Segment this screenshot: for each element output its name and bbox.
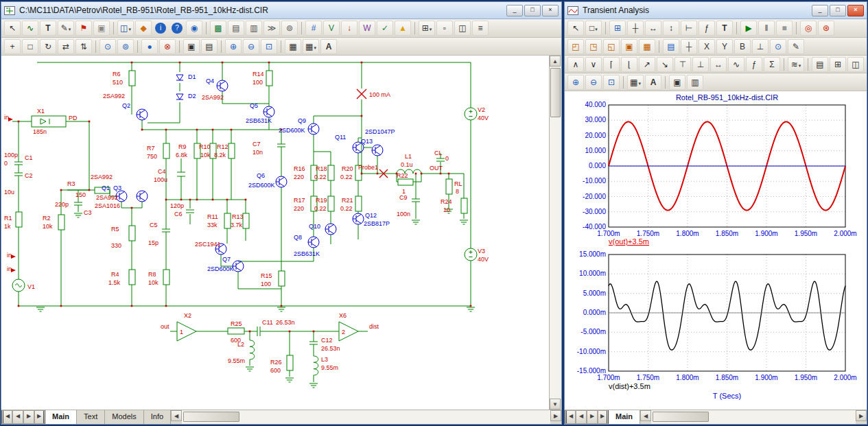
optimize-icon[interactable]: ⊚ — [281, 21, 298, 36]
component-menu-icon[interactable]: ◫▾ — [117, 21, 134, 36]
select-mode-icon[interactable]: ↖ — [4, 21, 21, 36]
zoom-in-icon[interactable]: ⊕ — [225, 39, 242, 54]
go-to-y-icon[interactable]: Y — [716, 39, 733, 54]
measure-vertical-icon[interactable]: ↕ — [663, 21, 679, 36]
next-peak-icon[interactable]: ∧ — [567, 57, 584, 72]
tab-main[interactable]: Main — [609, 410, 640, 424]
numeric-output-icon[interactable]: ▤ — [663, 39, 679, 54]
branch-currents-icon[interactable]: ↓ — [341, 21, 357, 36]
font-icon[interactable]: A — [645, 75, 661, 90]
copy-image-icon[interactable]: ▦ — [285, 39, 301, 54]
wire-mode-icon[interactable]: ∿ — [22, 21, 38, 36]
bring-front-icon[interactable]: ▣ — [183, 39, 200, 54]
stop-edit-icon[interactable]: ⊗ — [159, 39, 176, 54]
prev-tab-button[interactable]: ◀ — [12, 410, 23, 424]
hotlink-icon[interactable]: ◉ — [186, 21, 202, 36]
info-mode-icon[interactable]: i — [155, 23, 166, 34]
top-icon[interactable]: ⊤ — [675, 57, 691, 72]
dropdown-arrow-icon[interactable]: ▾ — [638, 81, 641, 86]
send-back-icon[interactable]: ▤ — [201, 39, 218, 54]
schematic-canvas[interactable]: R6510D1D2Q42SA992R14100Q52SB631K2SA992Q2… — [1, 56, 549, 410]
bottom-icon[interactable]: ⊥ — [692, 57, 709, 72]
zoom-fit-icon[interactable]: ⊡ — [603, 75, 620, 90]
width-icon[interactable]: ↔ — [710, 57, 727, 72]
next-low-icon[interactable]: ⌊ — [621, 57, 637, 72]
rotate-icon[interactable]: ↻ — [40, 39, 56, 54]
minimize-button[interactable]: _ — [812, 5, 828, 16]
point-tag-icon[interactable]: ● — [141, 39, 158, 54]
text-mode-icon[interactable]: T — [40, 21, 56, 36]
step-box-icon[interactable]: ≫ — [263, 21, 280, 36]
plot-canvas[interactable]: Rotel_RB-951_10kHz-dist.CIR1.700m1.750m1… — [565, 91, 867, 410]
find-next-icon[interactable]: ⊚ — [117, 39, 134, 54]
run-icon[interactable]: ▶ — [740, 21, 757, 36]
grid-menu-icon[interactable]: ▦▾ — [627, 75, 644, 90]
last-tab-button[interactable]: ▶ — [598, 410, 609, 424]
tile-windows-icon[interactable]: ◫ — [847, 57, 864, 72]
error-flag-icon[interactable]: ▲ — [395, 21, 411, 36]
tag-vertical-icon[interactable]: ⊥ — [752, 39, 769, 54]
schematic-horizontal-scrollbar[interactable]: ◀ ▶ — [171, 410, 561, 424]
grid-panels-icon[interactable]: ▦ — [639, 39, 655, 54]
tag-point-icon[interactable]: ⊢ — [681, 21, 697, 36]
first-tab-button[interactable]: ◀ — [565, 410, 576, 424]
conditions-icon[interactable]: ✓ — [377, 21, 393, 36]
horizontal-scroll-track[interactable] — [182, 410, 550, 424]
next-tab-button[interactable]: ▶ — [587, 410, 598, 424]
flip-vertical-icon[interactable]: ⇅ — [75, 39, 92, 54]
horizontal-scroll-thumb[interactable] — [653, 412, 709, 422]
schematic-titlebar[interactable]: C:\MC11\DATA\Petrov\Rotel_RB-951\Rotel_R… — [1, 2, 561, 19]
numeric-window-icon[interactable]: ▤ — [812, 57, 828, 72]
zoom-cursor-icon[interactable]: ⊙ — [770, 39, 786, 54]
zoom-out-icon[interactable]: ⊖ — [585, 75, 602, 90]
minimize-button[interactable]: _ — [506, 5, 523, 16]
dropdown-arrow-icon[interactable]: ▾ — [595, 27, 598, 32]
graphics-mode-icon[interactable]: ✎▾ — [58, 21, 74, 36]
help-mode-icon[interactable]: ? — [172, 23, 183, 34]
tab-main[interactable]: Main — [45, 410, 77, 424]
first-tab-button[interactable]: ◀ — [1, 410, 12, 424]
tab-text[interactable]: Text — [77, 410, 105, 424]
next-tab-button[interactable]: ▶ — [23, 410, 34, 424]
copy-all-icon[interactable]: ▥ — [687, 75, 703, 90]
model-page-icon[interactable]: ▥ — [246, 21, 262, 36]
picture-mode-icon[interactable]: ▣ — [93, 21, 110, 36]
dynamic-probe-icon[interactable]: ⊛ — [818, 21, 834, 36]
scroll-right-button[interactable]: ▶ — [856, 410, 867, 421]
next-rise-icon[interactable]: ↗ — [639, 57, 655, 72]
schematic-vertical-scrollbar[interactable]: ▲ ▼ — [549, 56, 561, 410]
properties-icon[interactable]: ≡ — [472, 21, 489, 36]
dropdown-arrow-icon[interactable]: ▾ — [799, 63, 801, 68]
pause-icon[interactable]: ‖ — [758, 21, 775, 36]
box-select-icon[interactable]: □ — [22, 39, 38, 54]
grid-menu-icon[interactable]: ▦▾ — [303, 39, 319, 54]
last-tab-button[interactable]: ▶ — [34, 410, 45, 424]
scroll-down-button[interactable]: ▼ — [550, 399, 561, 410]
scale-mode-icon[interactable]: ⊞ — [609, 21, 626, 36]
find-part-icon[interactable]: ◆ — [135, 21, 152, 36]
go-to-x-icon[interactable]: X — [699, 39, 715, 54]
scroll-left-button[interactable]: ◀ — [171, 410, 182, 421]
node-voltages-icon[interactable]: V — [323, 21, 340, 36]
power-icon[interactable]: W — [359, 21, 375, 36]
close-button[interactable]: × — [542, 5, 559, 16]
horizontal-scroll-thumb[interactable] — [183, 412, 239, 422]
next-fall-icon[interactable]: ↘ — [657, 57, 673, 72]
prev-tab-button[interactable]: ◀ — [576, 410, 587, 424]
stats-icon[interactable]: Σ — [764, 57, 780, 72]
grid-toggle-icon[interactable]: ⊞▾ — [419, 21, 435, 36]
copy-graph-icon[interactable]: ▣ — [669, 75, 685, 90]
horizontal-scroll-track[interactable] — [651, 410, 856, 424]
measure-horizontal-icon[interactable]: ↔ — [645, 21, 661, 36]
text-page-icon[interactable]: ▤ — [228, 21, 244, 36]
watch-window-icon[interactable]: ⊞ — [830, 57, 846, 72]
waveform-menu-icon[interactable]: ≋▾ — [788, 57, 804, 72]
tab-models[interactable]: Models — [105, 410, 143, 424]
flip-horizontal-icon[interactable]: ⇄ — [58, 39, 74, 54]
stop-icon[interactable]: ■ — [776, 21, 793, 36]
analysis-titlebar[interactable]: Transient Analysis _□× — [565, 2, 867, 19]
tile-top-icon[interactable]: ◱ — [603, 39, 620, 54]
formula-text-icon[interactable]: ƒ — [699, 21, 715, 36]
select-mode-icon[interactable]: ↖ — [567, 21, 584, 36]
scroll-right-button[interactable]: ▶ — [550, 410, 561, 421]
